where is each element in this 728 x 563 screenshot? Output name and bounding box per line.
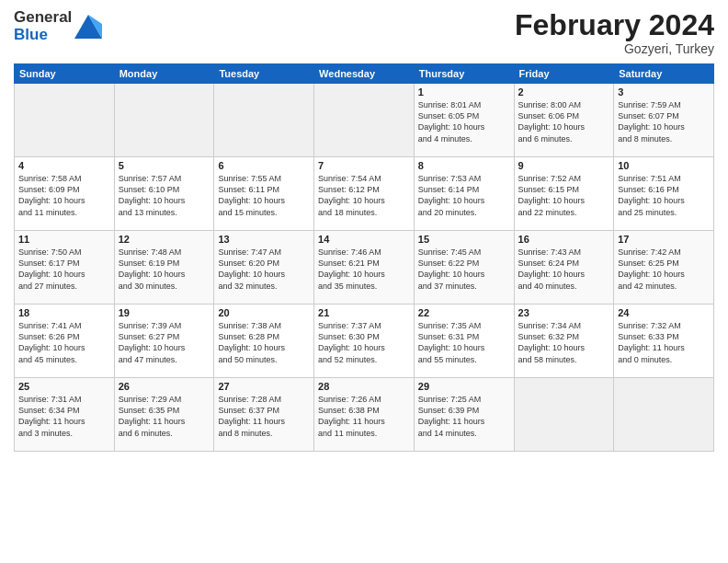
day-info: Sunrise: 7:57 AM Sunset: 6:10 PM Dayligh… bbox=[119, 173, 210, 218]
day-info: Sunrise: 7:46 AM Sunset: 6:21 PM Dayligh… bbox=[318, 247, 410, 292]
day-number: 29 bbox=[418, 381, 510, 392]
weekday-header-row: SundayMondayTuesdayWednesdayThursdayFrid… bbox=[15, 64, 714, 84]
day-info: Sunrise: 7:29 AM Sunset: 6:35 PM Dayligh… bbox=[119, 394, 210, 439]
calendar-cell: 5Sunrise: 7:57 AM Sunset: 6:10 PM Daylig… bbox=[114, 157, 214, 231]
calendar-cell: 15Sunrise: 7:45 AM Sunset: 6:22 PM Dayli… bbox=[414, 231, 514, 304]
weekday-header-tuesday: Tuesday bbox=[214, 64, 314, 84]
logo: General Blue bbox=[14, 9, 102, 43]
weekday-header-thursday: Thursday bbox=[414, 64, 514, 84]
week-row-0: 1Sunrise: 8:01 AM Sunset: 6:05 PM Daylig… bbox=[15, 84, 714, 157]
calendar-cell bbox=[114, 84, 214, 157]
weekday-header-monday: Monday bbox=[114, 64, 214, 84]
day-number: 5 bbox=[119, 160, 210, 171]
header: General Blue February 2024 Gozyeri, Turk… bbox=[14, 9, 714, 56]
day-info: Sunrise: 7:45 AM Sunset: 6:22 PM Dayligh… bbox=[418, 247, 510, 292]
day-info: Sunrise: 7:50 AM Sunset: 6:17 PM Dayligh… bbox=[18, 247, 110, 292]
day-info: Sunrise: 7:48 AM Sunset: 6:19 PM Dayligh… bbox=[119, 247, 210, 292]
calendar-cell: 21Sunrise: 7:37 AM Sunset: 6:30 PM Dayli… bbox=[314, 304, 415, 378]
day-number: 19 bbox=[119, 307, 210, 318]
title-block: February 2024 Gozyeri, Turkey bbox=[515, 9, 714, 56]
calendar-cell: 16Sunrise: 7:43 AM Sunset: 6:24 PM Dayli… bbox=[514, 231, 614, 304]
day-number: 16 bbox=[518, 234, 610, 245]
day-number: 12 bbox=[119, 234, 210, 245]
calendar-cell: 12Sunrise: 7:48 AM Sunset: 6:19 PM Dayli… bbox=[114, 231, 214, 304]
calendar-cell bbox=[214, 84, 314, 157]
calendar-cell bbox=[614, 378, 714, 452]
day-number: 9 bbox=[518, 160, 610, 171]
day-info: Sunrise: 7:51 AM Sunset: 6:16 PM Dayligh… bbox=[618, 173, 710, 218]
calendar-cell: 13Sunrise: 7:47 AM Sunset: 6:20 PM Dayli… bbox=[214, 231, 314, 304]
calendar-cell: 23Sunrise: 7:34 AM Sunset: 6:32 PM Dayli… bbox=[514, 304, 614, 378]
calendar-cell: 10Sunrise: 7:51 AM Sunset: 6:16 PM Dayli… bbox=[614, 157, 714, 231]
day-info: Sunrise: 7:39 AM Sunset: 6:27 PM Dayligh… bbox=[119, 320, 210, 365]
day-number: 6 bbox=[218, 160, 310, 171]
day-number: 24 bbox=[618, 307, 710, 318]
day-info: Sunrise: 7:58 AM Sunset: 6:09 PM Dayligh… bbox=[18, 173, 110, 218]
day-number: 23 bbox=[518, 307, 610, 318]
calendar-cell: 18Sunrise: 7:41 AM Sunset: 6:26 PM Dayli… bbox=[15, 304, 115, 378]
day-info: Sunrise: 8:00 AM Sunset: 6:06 PM Dayligh… bbox=[518, 99, 610, 144]
weekday-header-sunday: Sunday bbox=[15, 64, 115, 84]
day-number: 3 bbox=[618, 86, 710, 98]
calendar-cell: 2Sunrise: 8:00 AM Sunset: 6:06 PM Daylig… bbox=[514, 84, 614, 157]
day-number: 14 bbox=[318, 234, 410, 245]
calendar-cell: 9Sunrise: 7:52 AM Sunset: 6:15 PM Daylig… bbox=[514, 157, 614, 231]
calendar-cell: 17Sunrise: 7:42 AM Sunset: 6:25 PM Dayli… bbox=[614, 231, 714, 304]
week-row-4: 25Sunrise: 7:31 AM Sunset: 6:34 PM Dayli… bbox=[15, 378, 714, 452]
logo-icon bbox=[74, 15, 102, 39]
day-number: 4 bbox=[18, 160, 110, 171]
calendar-cell: 27Sunrise: 7:28 AM Sunset: 6:37 PM Dayli… bbox=[214, 378, 314, 452]
calendar-cell: 6Sunrise: 7:55 AM Sunset: 6:11 PM Daylig… bbox=[214, 157, 314, 231]
day-info: Sunrise: 7:32 AM Sunset: 6:33 PM Dayligh… bbox=[618, 320, 710, 365]
calendar-table: SundayMondayTuesdayWednesdayThursdayFrid… bbox=[14, 63, 714, 452]
day-info: Sunrise: 7:55 AM Sunset: 6:11 PM Dayligh… bbox=[218, 173, 310, 218]
calendar-cell: 26Sunrise: 7:29 AM Sunset: 6:35 PM Dayli… bbox=[114, 378, 214, 452]
calendar-cell: 8Sunrise: 7:53 AM Sunset: 6:14 PM Daylig… bbox=[414, 157, 514, 231]
day-number: 21 bbox=[318, 307, 410, 318]
calendar-cell: 19Sunrise: 7:39 AM Sunset: 6:27 PM Dayli… bbox=[114, 304, 214, 378]
day-number: 13 bbox=[218, 234, 310, 245]
calendar-title: February 2024 bbox=[515, 9, 714, 41]
week-row-3: 18Sunrise: 7:41 AM Sunset: 6:26 PM Dayli… bbox=[15, 304, 714, 378]
day-info: Sunrise: 7:25 AM Sunset: 6:39 PM Dayligh… bbox=[418, 394, 510, 439]
calendar-cell bbox=[314, 84, 415, 157]
calendar-cell bbox=[15, 84, 115, 157]
day-number: 11 bbox=[18, 234, 110, 245]
weekday-header-friday: Friday bbox=[514, 64, 614, 84]
week-row-2: 11Sunrise: 7:50 AM Sunset: 6:17 PM Dayli… bbox=[15, 231, 714, 304]
day-info: Sunrise: 7:34 AM Sunset: 6:32 PM Dayligh… bbox=[518, 320, 610, 365]
calendar-cell: 28Sunrise: 7:26 AM Sunset: 6:38 PM Dayli… bbox=[314, 378, 415, 452]
calendar-cell bbox=[514, 378, 614, 452]
day-number: 25 bbox=[18, 381, 110, 392]
calendar-cell: 14Sunrise: 7:46 AM Sunset: 6:21 PM Dayli… bbox=[314, 231, 415, 304]
day-number: 28 bbox=[318, 381, 410, 392]
day-info: Sunrise: 7:31 AM Sunset: 6:34 PM Dayligh… bbox=[18, 394, 110, 439]
day-info: Sunrise: 7:38 AM Sunset: 6:28 PM Dayligh… bbox=[218, 320, 310, 365]
day-info: Sunrise: 7:42 AM Sunset: 6:25 PM Dayligh… bbox=[618, 247, 710, 292]
logo-general: General bbox=[14, 8, 72, 26]
day-number: 20 bbox=[218, 307, 310, 318]
calendar-container: General Blue February 2024 Gozyeri, Turk… bbox=[0, 0, 728, 456]
day-number: 8 bbox=[418, 160, 510, 171]
calendar-cell: 29Sunrise: 7:25 AM Sunset: 6:39 PM Dayli… bbox=[414, 378, 514, 452]
day-number: 1 bbox=[418, 86, 510, 98]
day-info: Sunrise: 7:41 AM Sunset: 6:26 PM Dayligh… bbox=[18, 320, 110, 365]
day-number: 18 bbox=[18, 307, 110, 318]
day-number: 2 bbox=[518, 86, 610, 98]
day-info: Sunrise: 7:52 AM Sunset: 6:15 PM Dayligh… bbox=[518, 173, 610, 218]
calendar-cell: 22Sunrise: 7:35 AM Sunset: 6:31 PM Dayli… bbox=[414, 304, 514, 378]
calendar-cell: 11Sunrise: 7:50 AM Sunset: 6:17 PM Dayli… bbox=[15, 231, 115, 304]
calendar-cell: 24Sunrise: 7:32 AM Sunset: 6:33 PM Dayli… bbox=[614, 304, 714, 378]
day-number: 7 bbox=[318, 160, 410, 171]
day-number: 27 bbox=[218, 381, 310, 392]
calendar-cell: 3Sunrise: 7:59 AM Sunset: 6:07 PM Daylig… bbox=[614, 84, 714, 157]
day-info: Sunrise: 7:28 AM Sunset: 6:37 PM Dayligh… bbox=[218, 394, 310, 439]
calendar-subtitle: Gozyeri, Turkey bbox=[515, 41, 714, 56]
calendar-cell: 7Sunrise: 7:54 AM Sunset: 6:12 PM Daylig… bbox=[314, 157, 415, 231]
calendar-cell: 20Sunrise: 7:38 AM Sunset: 6:28 PM Dayli… bbox=[214, 304, 314, 378]
day-info: Sunrise: 7:59 AM Sunset: 6:07 PM Dayligh… bbox=[618, 99, 710, 144]
day-number: 15 bbox=[418, 234, 510, 245]
day-number: 22 bbox=[418, 307, 510, 318]
calendar-cell: 4Sunrise: 7:58 AM Sunset: 6:09 PM Daylig… bbox=[15, 157, 115, 231]
day-number: 26 bbox=[119, 381, 210, 392]
